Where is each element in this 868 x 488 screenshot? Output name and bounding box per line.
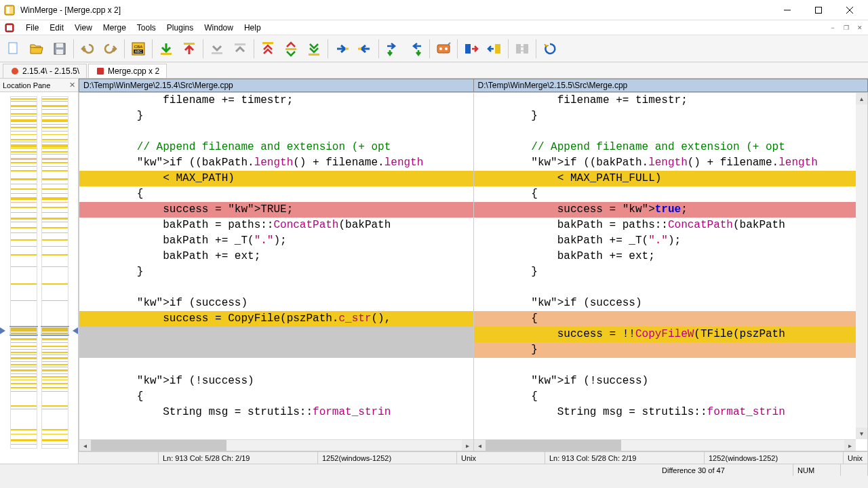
menu-window[interactable]: Window <box>199 22 239 34</box>
code-line[interactable]: { <box>79 186 473 202</box>
code-line[interactable]: < MAX_PATH_FULL) <box>474 171 868 186</box>
code-line[interactable] <box>79 280 473 296</box>
menu-help[interactable]: Help <box>239 22 267 34</box>
location-strip-left[interactable] <box>10 96 37 449</box>
code-line[interactable]: < MAX_PATH) <box>79 171 473 186</box>
save-button[interactable] <box>49 38 71 60</box>
code-line[interactable] <box>79 342 473 358</box>
code-line[interactable] <box>474 124 868 140</box>
code-line[interactable]: success = !!CopyFileW(TFile(pszPath <box>474 327 868 342</box>
code-line[interactable] <box>79 327 473 342</box>
next-diff-down-button[interactable] <box>206 38 228 60</box>
code-line[interactable]: "kw">if (success) <box>79 296 473 311</box>
code-line[interactable] <box>79 358 473 373</box>
encoding-button[interactable]: CBAABC <box>127 38 149 60</box>
copy-left-advance-button[interactable] <box>405 38 427 60</box>
menu-merge[interactable]: Merge <box>98 22 132 34</box>
copy-right-button[interactable] <box>331 38 353 60</box>
all-right-button[interactable] <box>460 38 482 60</box>
location-pane: Location Pane ✕ <box>0 79 79 464</box>
last-diff-button[interactable] <box>303 38 325 60</box>
code-line[interactable]: } <box>474 264 868 280</box>
prev-diff-button[interactable] <box>178 38 200 60</box>
code-line[interactable]: } <box>474 342 868 358</box>
document-tabs: 2.15.4\ - 2.15.5\ Merge.cpp x 2 <box>0 62 868 79</box>
refresh-button[interactable] <box>539 38 561 60</box>
location-strip-right[interactable] <box>41 96 68 449</box>
menu-plugins[interactable]: Plugins <box>161 22 199 34</box>
right-vscrollbar[interactable]: ▴ ▾ <box>856 93 867 439</box>
minimize-button[interactable] <box>772 0 803 20</box>
scroll-down-icon[interactable]: ▾ <box>856 428 867 439</box>
code-line[interactable]: "kw">if (success) <box>474 296 868 311</box>
code-line[interactable]: bakPath += ext; <box>474 249 868 264</box>
code-line[interactable]: { <box>474 311 868 327</box>
maximize-button[interactable] <box>803 0 834 20</box>
menu-edit[interactable]: Edit <box>44 22 69 34</box>
scroll-up-icon[interactable]: ▴ <box>856 93 867 104</box>
right-hscrollbar[interactable]: ◂ ▸ <box>474 439 856 451</box>
code-line[interactable]: } <box>79 108 473 124</box>
menu-file[interactable]: File <box>20 22 44 34</box>
code-line[interactable]: { <box>474 389 868 405</box>
mdi-restore-button[interactable]: ❐ <box>841 22 852 33</box>
code-line[interactable]: { <box>79 389 473 405</box>
swap-button[interactable] <box>511 38 533 60</box>
code-line[interactable]: // Append filename and extension (+ opt <box>474 140 868 155</box>
tab-folder-compare[interactable]: 2.15.4\ - 2.15.5\ <box>3 64 87 78</box>
code-line[interactable]: success = "kw">true; <box>474 202 868 218</box>
svg-point-25 <box>439 47 442 50</box>
menu-view[interactable]: View <box>69 22 98 34</box>
mdi-minimize-button[interactable]: − <box>827 22 838 33</box>
code-line[interactable]: "kw">if (!success) <box>474 373 868 389</box>
menu-tools[interactable]: Tools <box>132 22 161 34</box>
copy-left-button[interactable] <box>354 38 376 60</box>
next-diff-button[interactable] <box>155 38 177 60</box>
scroll-left-icon[interactable]: ◂ <box>474 440 486 451</box>
left-file-path: D:\Temp\WinMerge\2.15.4\Src\Merge.cpp <box>79 79 474 92</box>
options-button[interactable] <box>433 38 454 60</box>
code-line[interactable]: "kw">if ((bakPath.length() + filename.le… <box>474 155 868 171</box>
scroll-right-icon[interactable]: ▸ <box>844 440 856 451</box>
current-diff-button[interactable] <box>280 38 302 60</box>
close-button[interactable] <box>834 0 865 20</box>
left-hscrollbar[interactable]: ◂ ▸ <box>79 439 473 451</box>
code-line[interactable]: "kw">if ((bakPath.length() + filename.le… <box>79 155 473 171</box>
code-line[interactable]: success = "kw">TRUE; <box>79 202 473 218</box>
location-pane-body[interactable] <box>0 92 78 464</box>
code-line[interactable]: String msg = strutils::format_strin <box>474 405 868 420</box>
code-line[interactable]: String msg = strutils::format_strin <box>79 405 473 420</box>
code-line[interactable]: { <box>474 186 868 202</box>
prev-diff-up-button[interactable] <box>229 38 251 60</box>
code-line[interactable]: bakPath = paths::ConcatPath(bakPath <box>474 218 868 233</box>
svg-rect-19 <box>212 52 222 54</box>
location-pane-close-icon[interactable]: ✕ <box>69 81 75 89</box>
redo-button[interactable] <box>100 38 121 60</box>
code-line[interactable]: success = CopyFile(pszPath.c_str(), <box>79 311 473 327</box>
all-left-button[interactable] <box>484 38 505 60</box>
left-code-pane[interactable]: filename += timestr; } // Append filenam… <box>79 92 474 451</box>
code-line[interactable]: filename += timestr; <box>79 93 473 108</box>
code-line[interactable]: } <box>474 108 868 124</box>
code-line[interactable]: bakPath += _T("."); <box>79 233 473 249</box>
mdi-close-button[interactable]: ✕ <box>854 22 865 33</box>
code-line[interactable] <box>474 358 868 373</box>
code-line[interactable]: } <box>79 264 473 280</box>
copy-right-advance-button[interactable] <box>382 38 403 60</box>
new-button[interactable] <box>3 38 24 60</box>
code-line[interactable]: bakPath += _T("."); <box>474 233 868 249</box>
code-line[interactable]: "kw">if (!success) <box>79 373 473 389</box>
right-code-pane[interactable]: filename += timestr; } // Append filenam… <box>474 92 869 451</box>
scroll-left-icon[interactable]: ◂ <box>79 440 91 451</box>
code-line[interactable]: bakPath += ext; <box>79 249 473 264</box>
code-line[interactable] <box>474 280 868 296</box>
scroll-right-icon[interactable]: ▸ <box>462 440 473 451</box>
code-line[interactable] <box>79 124 473 140</box>
first-diff-button[interactable] <box>257 38 279 60</box>
open-button[interactable] <box>26 38 47 60</box>
code-line[interactable]: bakPath = paths::ConcatPath(bakPath <box>79 218 473 233</box>
code-line[interactable]: // Append filename and extension (+ opt <box>79 140 473 155</box>
undo-button[interactable] <box>77 38 98 60</box>
code-line[interactable]: filename += timestr; <box>474 93 868 108</box>
tab-file-compare[interactable]: Merge.cpp x 2 <box>88 64 167 78</box>
